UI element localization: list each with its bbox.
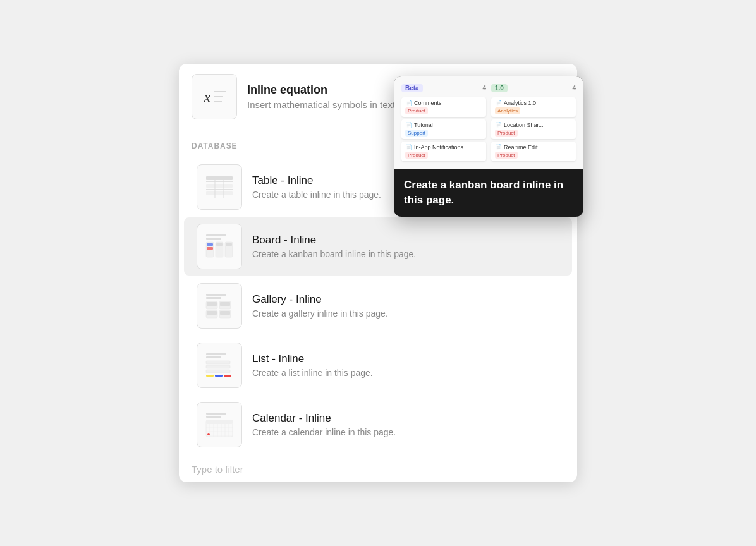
tooltip-description: Create a kanban board inline in this pag…: [394, 169, 583, 217]
svg-rect-7: [206, 189, 233, 190]
svg-rect-28: [220, 302, 230, 306]
kanban-card-notifications: 📄 In-App Notifications Product: [401, 142, 486, 161]
kanban-card-notifications-title: 📄 In-App Notifications: [405, 144, 482, 150]
list-icon: [204, 349, 235, 381]
board-inline-icon-container: [197, 224, 242, 269]
list-inline-icon-container: [197, 343, 242, 388]
list-inline-title: List - Inline: [252, 353, 373, 365]
svg-rect-36: [206, 375, 214, 377]
menu-item-list-inline[interactable]: List - Inline Create a list inline in th…: [184, 336, 572, 394]
gallery-inline-title: Gallery - Inline: [252, 293, 388, 306]
kanban-col-v1-header: 1.0 4: [491, 84, 576, 92]
svg-rect-19: [216, 243, 223, 246]
svg-rect-31: [206, 353, 226, 355]
list-inline-text: List - Inline Create a list inline in th…: [252, 353, 373, 378]
doc-icon-4: 📄: [495, 100, 502, 106]
kanban-badge-v1: 1.0: [491, 84, 508, 92]
kanban-tag-product-3: Product: [495, 130, 518, 136]
page-wrapper: x Inline equation Insert mathematical sy…: [166, 51, 590, 495]
kanban-card-comments-title: 📄 Comments: [405, 100, 482, 106]
svg-rect-39: [206, 413, 226, 415]
svg-rect-21: [206, 294, 226, 296]
kanban-col-beta: Beta 4 📄 Comments Product 📄 Tutoria: [401, 84, 486, 161]
kanban-preview-container: Beta 4 📄 Comments Product 📄 Tutoria: [394, 76, 583, 169]
equation-icon-container: x: [192, 74, 237, 119]
doc-icon-6: 📄: [495, 144, 502, 150]
doc-icon: 📄: [405, 100, 412, 106]
doc-icon-2: 📄: [405, 122, 412, 128]
svg-rect-13: [206, 238, 221, 240]
doc-icon-5: 📄: [495, 122, 502, 128]
kanban-badge-beta: Beta: [401, 84, 423, 92]
kanban-col-v1: 1.0 4 📄 Analytics 1.0 Analytics 📄 L: [491, 84, 576, 161]
equation-icon: x: [198, 80, 231, 113]
svg-rect-8: [206, 191, 233, 195]
svg-rect-29: [207, 311, 217, 315]
calendar-inline-icon-container: [197, 402, 242, 447]
svg-rect-6: [206, 184, 233, 188]
svg-rect-17: [207, 243, 213, 246]
svg-rect-37: [215, 375, 223, 377]
table-inline-title: Table - Inline: [252, 174, 381, 187]
kanban-col-beta-count: 4: [482, 85, 486, 92]
equation-description: Insert mathematical symbols in text.: [247, 99, 398, 110]
calendar-icon: [204, 409, 235, 440]
kanban-tag-analytics: Analytics: [495, 107, 520, 114]
kanban-card-location: 📄 Location Shar... Product: [491, 119, 576, 139]
board-icon: [204, 231, 235, 262]
calendar-inline-desc: Create a calendar inline in this page.: [252, 427, 396, 437]
kanban-card-tutorial: 📄 Tutorial Support: [401, 119, 486, 139]
kanban-tag-product-2: Product: [405, 152, 428, 159]
svg-rect-9: [206, 197, 233, 197]
equation-title: Inline equation: [247, 83, 398, 97]
kanban-card-analytics: 📄 Analytics 1.0 Analytics: [491, 97, 576, 117]
table-inline-icon-container: [197, 164, 242, 210]
kanban-card-comments: 📄 Comments Product: [401, 97, 486, 117]
svg-rect-42: [206, 420, 233, 424]
svg-rect-4: [206, 176, 233, 180]
svg-rect-34: [206, 365, 230, 368]
kanban-card-analytics-title: 📄 Analytics 1.0: [495, 100, 572, 106]
svg-rect-35: [206, 370, 230, 373]
board-inline-title: Board - Inline: [252, 234, 416, 246]
kanban-tag-product-1: Product: [405, 107, 428, 114]
menu-item-board-inline[interactable]: Board - Inline Create a kanban board inl…: [184, 217, 572, 276]
gallery-icon: [204, 290, 235, 322]
doc-icon-3: 📄: [405, 144, 412, 150]
kanban-card-location-title: 📄 Location Shar...: [495, 122, 572, 128]
svg-rect-18: [207, 247, 213, 250]
svg-rect-38: [224, 375, 231, 377]
board-inline-desc: Create a kanban board inline in this pag…: [252, 249, 416, 259]
kanban-col-beta-header: Beta 4: [401, 84, 486, 92]
kanban-preview: Beta 4 📄 Comments Product 📄 Tutoria: [401, 84, 576, 161]
list-inline-desc: Create a list inline in this page.: [252, 368, 373, 378]
table-icon: [204, 171, 235, 203]
calendar-inline-title: Calendar - Inline: [252, 412, 396, 425]
equation-text-group: Inline equation Insert mathematical symb…: [247, 83, 398, 110]
svg-rect-33: [206, 361, 230, 364]
kanban-tag-product-4: Product: [495, 152, 518, 159]
svg-text:x: x: [204, 89, 210, 105]
filter-hint: Type to filter: [179, 455, 577, 477]
svg-rect-40: [206, 416, 221, 418]
gallery-inline-icon-container: [197, 283, 242, 329]
calendar-inline-text: Calendar - Inline Create a calendar inli…: [252, 412, 396, 437]
kanban-card-realtime: 📄 Realtime Edit... Product: [491, 142, 576, 161]
svg-rect-27: [207, 302, 217, 306]
table-inline-desc: Create a table inline in this page.: [252, 190, 381, 200]
gallery-inline-desc: Create a gallery inline in this page.: [252, 308, 388, 318]
kanban-card-tutorial-title: 📄 Tutorial: [405, 122, 482, 128]
menu-item-gallery-inline[interactable]: Gallery - Inline Create a gallery inline…: [184, 277, 572, 335]
svg-rect-20: [226, 243, 232, 246]
kanban-card-realtime-title: 📄 Realtime Edit...: [495, 144, 572, 150]
svg-rect-5: [206, 181, 233, 182]
board-inline-text: Board - Inline Create a kanban board inl…: [252, 234, 416, 259]
svg-rect-12: [206, 234, 226, 236]
gallery-inline-text: Gallery - Inline Create a gallery inline…: [252, 293, 388, 318]
menu-item-calendar-inline[interactable]: Calendar - Inline Create a calendar inli…: [184, 396, 572, 454]
svg-rect-22: [206, 297, 221, 299]
svg-point-52: [207, 433, 210, 435]
kanban-col-v1-count: 4: [572, 85, 576, 92]
svg-rect-30: [220, 311, 230, 315]
kanban-tag-support: Support: [405, 130, 428, 136]
